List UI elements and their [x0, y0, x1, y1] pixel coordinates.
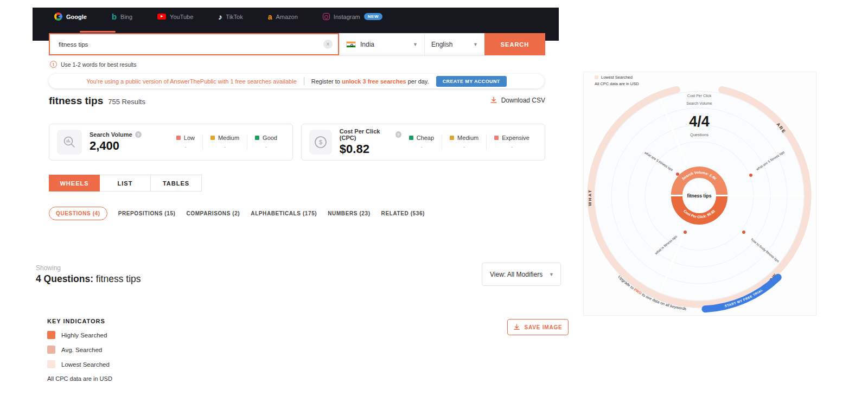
cpc-label: Cost Per Click (CPC)	[340, 128, 393, 141]
legend-medium-label: Medium	[218, 135, 239, 141]
legend-medium-value: -	[224, 144, 226, 150]
legend-cheap-label: Cheap	[417, 135, 434, 141]
keyword-input[interactable]	[59, 41, 323, 48]
language-value: English	[431, 41, 452, 48]
showing-keyword: fitness tips	[93, 273, 141, 284]
search-volume-label: Search Volume	[90, 131, 132, 138]
instagram-icon	[323, 13, 330, 20]
tab-youtube-label: YouTube	[170, 14, 193, 20]
help-icon[interactable]: ?	[395, 131, 401, 138]
legend-item-good: Good -	[247, 135, 285, 150]
download-icon	[490, 97, 497, 104]
youtube-icon	[157, 14, 166, 20]
tab-alphabeticals[interactable]: ALPHABETICALS (175)	[251, 210, 317, 216]
legend-expensive-label: Expensive	[502, 135, 529, 141]
wheel-cpc-note: All CPC data are in USD	[595, 81, 639, 86]
stat-cards: Search Volume ? 2,400 Low - Medium - Goo…	[49, 124, 545, 161]
highly-searched-swatch-icon	[47, 331, 55, 339]
tab-questions[interactable]: QUESTIONS (4)	[49, 207, 107, 220]
medium-swatch-icon	[450, 136, 454, 140]
country-value: India	[360, 41, 374, 48]
tab-bing[interactable]: b Bing	[112, 12, 132, 21]
ring-metric-cpc-label: Cost Per Click	[687, 94, 712, 98]
cpc-legend: Cheap - Medium - Expensive -	[401, 135, 537, 150]
question-dot[interactable]	[684, 231, 687, 234]
search-volume-main: Search Volume ? 2,400	[90, 131, 142, 153]
tab-wheels[interactable]: WHEELS	[49, 175, 100, 191]
tab-related[interactable]: RELATED (536)	[381, 210, 425, 216]
register-suffix: per day.	[406, 78, 429, 85]
tab-numbers[interactable]: NUMBERS (23)	[328, 210, 370, 216]
search-volume-legend: Low - Medium - Good -	[169, 135, 285, 150]
wheel-legend-label: Lowest Searched	[601, 75, 633, 80]
legend-item-medium: Medium -	[442, 135, 486, 150]
language-select[interactable]: English ▼	[424, 33, 484, 55]
search-hint: ! Use 1-2 words for best results	[50, 61, 136, 68]
tab-comparisons[interactable]: COMPARISONS (2)	[186, 210, 240, 216]
cpc-card: $ Cost Per Click (CPC) ? $0.82 Cheap - M…	[301, 124, 545, 161]
register-text: Register to unlock 3 free searches per d…	[311, 78, 429, 85]
public-version-text: You're using a public version of AnswerT…	[86, 78, 297, 85]
wheel-center-keyword: fitness tips	[687, 193, 712, 199]
legend-low-label: Low	[184, 135, 195, 141]
active-tab-underline	[80, 31, 116, 33]
legend-good-value: -	[265, 144, 267, 150]
questions-fraction: 4/4	[689, 113, 710, 130]
google-icon	[54, 12, 62, 21]
question-dot[interactable]	[742, 231, 745, 234]
free-version-banner: You're using a public version of AnswerT…	[49, 74, 544, 88]
tab-youtube[interactable]: YouTube	[157, 14, 193, 20]
search-button[interactable]: SEARCH	[484, 33, 545, 55]
question-dot[interactable]	[676, 173, 679, 176]
indicator-lowest-searched: Lowest Searched	[47, 360, 110, 368]
tab-tiktok[interactable]: ♪ TikTok	[218, 13, 242, 21]
ring-label-what: WHAT	[588, 189, 592, 206]
showing-block: Showing 4 Questions: fitness tips	[36, 264, 141, 285]
help-icon[interactable]: ?	[135, 131, 142, 138]
tab-amazon-label: Amazon	[276, 14, 298, 20]
tab-list[interactable]: LIST	[100, 175, 151, 191]
clear-search-icon[interactable]: ×	[323, 40, 333, 49]
country-select[interactable]: India ▼	[339, 33, 424, 55]
tab-google-label: Google	[66, 14, 87, 20]
legend-expensive-value: -	[511, 144, 513, 150]
search-volume-card: Search Volume ? 2,400 Low - Medium - Goo…	[49, 124, 293, 161]
legend-medium-value: -	[463, 144, 465, 150]
ring-metric-volume-label: Search Volume	[686, 101, 712, 105]
view-modifiers-dropdown[interactable]: View: All Modifiers ▼	[482, 263, 561, 286]
legend-item-expensive: Expensive -	[486, 135, 537, 150]
showing-eyebrow: Showing	[36, 264, 141, 272]
tab-tables[interactable]: TABLES	[151, 175, 202, 191]
low-swatch-icon	[176, 136, 181, 140]
view-modifiers-value: View: All Modifiers	[490, 271, 542, 278]
wheel-legend: Lowest Searched All CPC data are in USD	[595, 75, 639, 86]
showing-title: 4 Questions: fitness tips	[36, 273, 141, 285]
good-swatch-icon	[255, 136, 259, 140]
indicator-avg-searched: Avg. Searched	[47, 346, 110, 354]
register-highlight: unlock 3 free searches	[342, 78, 406, 85]
legend-item-low: Low -	[169, 135, 202, 150]
save-image-label: SAVE IMAGE	[524, 324, 562, 330]
highly-searched-label: Highly Searched	[61, 332, 107, 338]
india-flag-icon	[346, 41, 356, 48]
download-csv-button[interactable]: Download CSV	[490, 97, 545, 104]
svg-text:$: $	[319, 139, 322, 145]
results-count: 755 Results	[108, 98, 145, 106]
legend-medium-label: Medium	[457, 135, 478, 141]
banner-divider	[304, 77, 304, 85]
register-prefix: Register to	[311, 78, 342, 85]
cpc-usd-note: All CPC data are in USD	[47, 375, 112, 382]
cheap-swatch-icon	[409, 136, 413, 140]
chevron-down-icon: ▼	[473, 42, 478, 47]
tab-amazon[interactable]: a Amazon	[268, 13, 298, 21]
tab-prepositions[interactable]: PREPOSITIONS (15)	[118, 210, 176, 216]
engine-tabs: Google b Bing YouTube ♪ TikTok a Amazon …	[33, 8, 559, 21]
download-csv-label: Download CSV	[501, 97, 545, 104]
tab-google[interactable]: Google	[54, 12, 87, 21]
tab-instagram[interactable]: Instagram NEW	[323, 13, 382, 20]
amazon-icon: a	[268, 13, 272, 21]
question-dot[interactable]	[749, 174, 752, 177]
search-volume-value: 2,400	[90, 139, 142, 153]
create-account-button[interactable]: CREATE MY ACCOUNT	[436, 76, 507, 87]
save-image-button[interactable]: SAVE IMAGE	[507, 319, 569, 335]
